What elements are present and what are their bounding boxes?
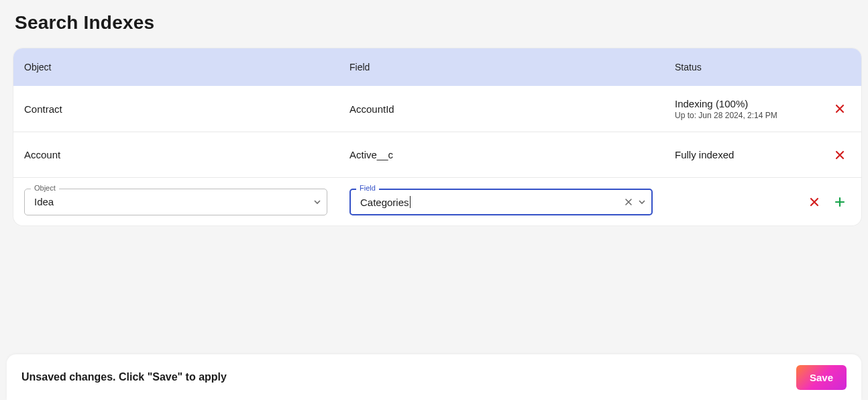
page-root: Search Indexes Object Field Status Contr… (0, 0, 868, 400)
cell-status: Fully indexed (675, 149, 797, 160)
cell-object: Contract (24, 103, 349, 115)
cell-actions (797, 148, 851, 162)
unsaved-changes-bar: Unsaved changes. Click "Save" to apply S… (7, 354, 861, 400)
delete-row-button[interactable] (833, 102, 847, 115)
table-row: Contract AccountId Indexing (100%) Up to… (13, 86, 861, 132)
close-icon (834, 150, 845, 160)
cell-field: Active__c (349, 149, 675, 160)
caret-down-icon[interactable] (638, 198, 646, 206)
status-text: Fully indexed (675, 149, 794, 160)
cell-field: AccountId (349, 103, 675, 115)
cell-status: Indexing (100%) Up to: Jun 28 2024, 2:14… (675, 98, 797, 120)
cell-object: Account (24, 149, 349, 160)
save-button[interactable]: Save (796, 365, 847, 390)
page-title: Search Indexes (15, 12, 861, 34)
object-select-value: Idea (34, 196, 313, 207)
delete-row-button[interactable] (808, 195, 821, 209)
unsaved-changes-message: Unsaved changes. Click "Save" to apply (21, 371, 227, 383)
cell-object-input: Object Idea (24, 189, 349, 215)
cell-actions (797, 102, 851, 115)
field-combobox-label: Field (356, 183, 379, 193)
col-header-object: Object (24, 62, 349, 72)
status-subtext: Up to: Jun 28 2024, 2:14 PM (675, 111, 794, 120)
close-icon (809, 197, 820, 207)
col-header-field: Field (349, 62, 675, 72)
plus-icon (834, 197, 845, 207)
delete-row-button[interactable] (833, 148, 847, 162)
cell-field-input: Field Categories (349, 189, 675, 215)
caret-down-icon[interactable] (313, 198, 321, 206)
cell-actions (797, 195, 851, 209)
field-combobox-value[interactable]: Categories (360, 196, 623, 208)
status-text: Indexing (100%) (675, 98, 794, 109)
indexes-table: Object Field Status Contract AccountId I… (13, 48, 861, 226)
field-combobox[interactable]: Field Categories (349, 189, 653, 215)
new-index-row: Object Idea Field Categorie (13, 177, 861, 226)
clear-icon[interactable] (623, 197, 634, 207)
object-select-label: Object (31, 183, 59, 193)
col-header-status: Status (675, 62, 797, 72)
close-icon (834, 103, 845, 114)
add-row-button[interactable] (833, 195, 847, 209)
table-row: Account Active__c Fully indexed (13, 132, 861, 177)
table-header-row: Object Field Status (13, 48, 861, 86)
object-select[interactable]: Object Idea (24, 189, 327, 215)
